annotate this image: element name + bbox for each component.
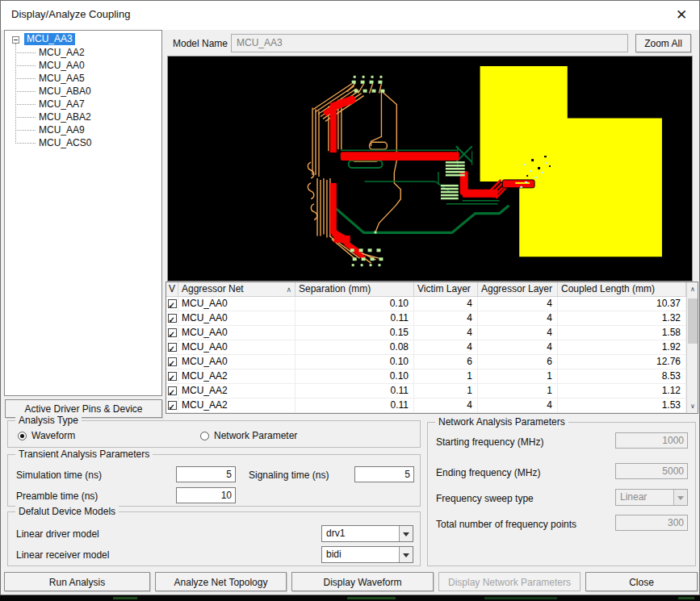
table-row[interactable]: MCU_AA00.11441.32	[166, 311, 698, 326]
cell-separation: 0.11	[296, 399, 414, 412]
net-tree-panel[interactable]: MCU_AA3 MCU_AA2MCU_AA0MCU_AA5MCU_ABA0MCU…	[4, 30, 162, 396]
pcb-layout-view[interactable]	[167, 56, 693, 282]
cell-coupled-length: 1.58	[558, 326, 686, 340]
table-row[interactable]: MCU_AA00.08441.92	[166, 340, 698, 355]
scroll-up-icon[interactable]: ∧	[687, 283, 698, 295]
model-name-field: MCU_AA3	[231, 34, 628, 52]
zoom-all-button[interactable]: Zoom All	[635, 34, 691, 52]
cell-aggressor-layer: 4	[478, 297, 558, 311]
dialog-title: Display/Analyze Coupling	[11, 8, 130, 20]
tree-item-mcu_aa9[interactable]: MCU_AA9	[5, 123, 161, 136]
run-analysis-button[interactable]: Run Analysis	[4, 572, 150, 591]
analysis-type-group-label: Analysis Type	[15, 415, 82, 426]
row-check-cell[interactable]	[166, 369, 178, 383]
table-header-row: V Aggressor Net ∧ Separation (mm) Victim…	[166, 282, 698, 297]
ending-frequency-field: 5000	[615, 463, 688, 479]
row-check-cell[interactable]	[166, 399, 178, 412]
tree-root-row[interactable]: MCU_AA3	[5, 31, 161, 46]
table-row[interactable]: MCU_AA20.11441.53	[166, 399, 698, 413]
table-row[interactable]: MCU_AA00.104410.37	[166, 297, 698, 311]
tree-item-mcu_aba0[interactable]: MCU_ABA0	[5, 85, 161, 98]
device-models-group: Defalut Device Models Linear driver mode…	[7, 511, 421, 566]
checked-checkbox-icon[interactable]	[168, 314, 177, 323]
checked-checkbox-icon[interactable]	[168, 386, 177, 395]
col-header-victim-layer[interactable]: Victim Layer	[414, 282, 478, 296]
transient-parameters-group: Transient Analysis Parameters Simulation…	[7, 454, 421, 507]
tree-item-mcu_aa7[interactable]: MCU_AA7	[5, 98, 161, 111]
tree-item-mcu_acs0[interactable]: MCU_ACS0	[5, 136, 161, 149]
col-header-check[interactable]: V	[166, 282, 178, 296]
analysis-type-group: Analysis Type Waveform Network Parameter	[7, 420, 421, 448]
ending-frequency-label: Ending frequency (MHz)	[436, 467, 540, 478]
radio-waveform[interactable]: Waveform	[18, 430, 75, 441]
col-header-aggressor-layer[interactable]: Aggressor Layer	[478, 282, 558, 296]
cell-victim-layer: 4	[414, 399, 478, 412]
table-row[interactable]: MCU_AA20.10118.53	[166, 369, 698, 384]
tree-item-mcu_aa0[interactable]: MCU_AA0	[5, 59, 161, 72]
analyze-net-topology-button[interactable]: Analyze Net Topology	[155, 572, 287, 591]
tree-item-root-selected[interactable]: MCU_AA3	[24, 33, 75, 45]
scrollbar-thumb[interactable]	[688, 298, 698, 344]
radio-unselected-icon[interactable]	[200, 432, 209, 440]
table-row[interactable]: MCU_AA20.11111.12	[166, 384, 698, 399]
table-scrollbar[interactable]: ∧ ∨	[686, 282, 698, 413]
sort-ascending-icon: ∧	[286, 283, 291, 296]
title-bar: Display/Analyze Coupling ✕	[1, 1, 699, 30]
col-header-aggressor-net[interactable]: Aggressor Net ∧	[178, 282, 296, 296]
dropdown-arrow-icon[interactable]	[399, 547, 413, 562]
cell-aggressor-net: MCU_AA2	[178, 369, 296, 383]
display-waveform-button[interactable]: Display Waveform	[291, 572, 434, 591]
row-check-cell[interactable]	[166, 355, 178, 369]
checked-checkbox-icon[interactable]	[168, 328, 177, 337]
checked-checkbox-icon[interactable]	[168, 401, 177, 410]
row-check-cell[interactable]	[166, 297, 178, 311]
close-icon[interactable]: ✕	[673, 6, 690, 24]
linear-receiver-dropdown[interactable]: bidi	[321, 546, 413, 563]
preamble-time-label: Preamble time (ns)	[16, 490, 98, 502]
cell-victim-layer: 1	[414, 369, 478, 383]
transient-group-label: Transient Analysis Parameters	[15, 449, 153, 460]
cell-aggressor-layer: 1	[478, 369, 558, 383]
checked-checkbox-icon[interactable]	[168, 343, 177, 352]
preamble-time-field[interactable]: 10	[176, 487, 236, 503]
row-check-cell[interactable]	[166, 326, 178, 340]
cell-victim-layer: 6	[414, 355, 478, 369]
tree-item-mcu_aa5[interactable]: MCU_AA5	[5, 72, 161, 85]
tree-item-mcu_aa2[interactable]: MCU_AA2	[5, 46, 161, 59]
checked-checkbox-icon[interactable]	[168, 372, 177, 381]
linear-driver-dropdown[interactable]: drv1	[321, 525, 413, 542]
row-check-cell[interactable]	[166, 311, 178, 325]
row-check-cell[interactable]	[166, 340, 178, 354]
col-header-separation[interactable]: Separation (mm)	[296, 282, 414, 296]
dropdown-arrow-icon[interactable]	[399, 526, 413, 541]
cell-separation: 0.11	[296, 311, 414, 325]
cell-aggressor-net: MCU_AA0	[178, 355, 296, 369]
model-name-label: Model Name	[173, 38, 228, 49]
partial-row	[166, 413, 698, 414]
cell-victim-layer: 4	[414, 311, 478, 325]
cell-victim-layer: 4	[414, 297, 478, 311]
tree-item-mcu_aba2[interactable]: MCU_ABA2	[5, 111, 161, 123]
checked-checkbox-icon[interactable]	[168, 299, 177, 308]
radio-selected-icon[interactable]	[18, 432, 27, 440]
row-check-cell[interactable]	[166, 384, 178, 398]
col-header-coupled-length[interactable]: Coupled Length (mm)	[558, 282, 686, 296]
simulation-time-field[interactable]: 5	[176, 466, 236, 482]
cell-victim-layer: 4	[414, 340, 478, 354]
frequency-points-label: Total number of frequency points	[436, 519, 576, 530]
display-analyze-coupling-dialog: Display/Analyze Coupling ✕ MCU_AA3 MCU_A…	[0, 0, 700, 595]
checked-checkbox-icon[interactable]	[168, 357, 177, 366]
table-row[interactable]: MCU_AA00.15441.58	[166, 326, 698, 340]
cell-aggressor-net: MCU_AA0	[178, 326, 296, 340]
signaling-time-field[interactable]: 5	[354, 466, 414, 482]
tree-collapse-icon[interactable]	[12, 36, 19, 44]
scroll-down-icon[interactable]: ∨	[687, 400, 698, 412]
table-row[interactable]: MCU_AA00.106612.76	[166, 355, 698, 369]
radio-network-parameter[interactable]: Network Parameter	[200, 430, 297, 441]
display-network-parameters-button: Display Network Parameters	[438, 572, 581, 591]
tree-children: MCU_AA2MCU_AA0MCU_AA5MCU_ABA0MCU_AA7MCU_…	[5, 46, 161, 149]
close-button[interactable]: Close	[585, 572, 698, 591]
cell-aggressor-layer: 4	[478, 340, 558, 354]
cell-coupled-length: 12.76	[558, 355, 686, 369]
pcb-artwork	[168, 56, 692, 281]
